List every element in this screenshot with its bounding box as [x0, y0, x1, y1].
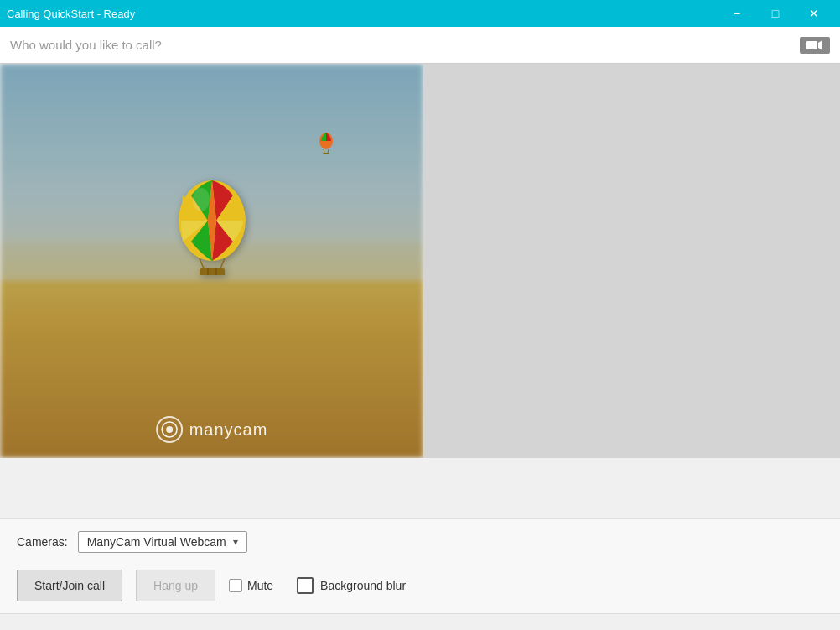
svg-point-3 [193, 188, 210, 211]
svg-line-4 [200, 258, 204, 268]
svg-rect-12 [323, 153, 329, 154]
title-bar: Calling QuickStart - Ready − □ ✕ [0, 0, 840, 27]
video-preview: manycam [0, 64, 423, 458]
manycam-icon [156, 416, 183, 443]
svg-rect-6 [200, 268, 225, 275]
manycam-logo: manycam [156, 416, 268, 443]
status-bar [0, 613, 840, 630]
background-blur-group: Background blur [297, 577, 406, 594]
close-button[interactable]: ✕ [795, 0, 833, 27]
background-blur-checkbox[interactable] [297, 577, 314, 594]
right-panel [423, 64, 840, 458]
balloon-small [318, 131, 334, 158]
search-input[interactable] [10, 38, 830, 52]
camera-select-dropdown[interactable]: ManyCam Virtual Webcam ▾ [78, 531, 247, 553]
window-title: Calling QuickStart - Ready [7, 8, 135, 20]
svg-point-14 [166, 426, 173, 433]
main-content: manycam [0, 64, 840, 518]
svg-line-10 [324, 149, 324, 153]
bottom-controls: Cameras: ManyCam Virtual Webcam ▾ Start/… [0, 518, 840, 613]
svg-line-5 [220, 258, 225, 268]
balloon-main [174, 174, 250, 279]
cameras-label: Cameras: [17, 535, 68, 549]
window-controls: − □ ✕ [718, 0, 833, 27]
svg-rect-0 [806, 41, 817, 49]
mute-checkbox[interactable] [229, 579, 242, 592]
svg-marker-1 [818, 40, 822, 50]
manycam-brand-text: manycam [189, 420, 268, 440]
call-icon [800, 37, 830, 54]
search-bar [0, 27, 840, 64]
background-blur-label: Background blur [320, 579, 406, 592]
start-join-call-button[interactable]: Start/Join call [17, 570, 122, 601]
cameras-row: Cameras: ManyCam Virtual Webcam ▾ [17, 519, 823, 561]
chevron-down-icon: ▾ [233, 536, 238, 548]
minimize-button[interactable]: − [718, 0, 756, 27]
buttons-row: Start/Join call Hang up Mute Background … [17, 561, 823, 613]
mute-label: Mute [247, 579, 273, 592]
maximize-button[interactable]: □ [756, 0, 795, 27]
hang-up-button: Hang up [136, 570, 215, 601]
mute-group: Mute [229, 579, 273, 592]
svg-line-11 [328, 149, 329, 153]
camera-select-value: ManyCam Virtual Webcam [87, 535, 226, 549]
